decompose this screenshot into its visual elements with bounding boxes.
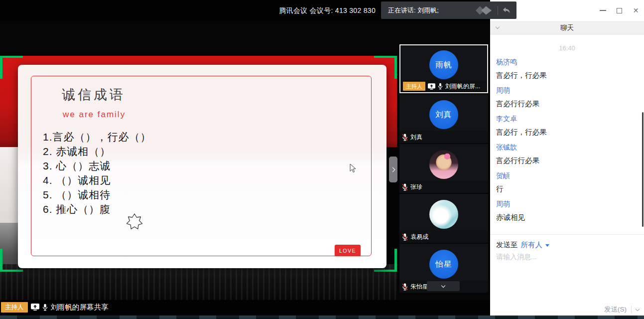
collapse-tiles-button[interactable] [427, 281, 460, 291]
bottom-strip [0, 316, 644, 319]
mic-muted-icon [402, 233, 408, 241]
message-text: 言必行行必果 [496, 100, 644, 108]
message-text: 赤诚相见 [496, 214, 644, 221]
message-sender: 贺頔 [496, 172, 644, 179]
host-badge: 主持人 [403, 82, 425, 91]
minimize-button[interactable] [595, 0, 611, 21]
chat-compose-area: 发送至 所有人 发送(S) [490, 235, 644, 319]
message-sender: 周萌 [496, 200, 644, 208]
share-banner-name: 刘雨帆的屏幕共享 [51, 303, 109, 312]
dropdown-caret-icon [545, 244, 549, 247]
mic-muted-icon [402, 283, 408, 291]
chat-panel: 聊天 16:40 杨济鸣 言必行，行必果 周萌 言必行行必果 李文卓 言必行，行… [490, 21, 644, 319]
background-light-strip [0, 147, 18, 223]
message-text: 言必行行必果 [496, 157, 644, 164]
participant-name: 朱怡星 [410, 283, 428, 291]
send-row: 发送(S) [604, 305, 639, 314]
avatar [429, 150, 458, 179]
slide-list-item: 2. 赤诚相（） [43, 144, 151, 159]
send-to-selector[interactable]: 发送至 所有人 [496, 240, 549, 250]
share-banner: 主持人 刘雨帆的屏幕共享 [0, 300, 490, 314]
avatar: 刘真 [429, 100, 458, 129]
chevron-right-icon [390, 167, 395, 172]
screen-share-icon [31, 304, 39, 311]
participant-tile[interactable]: 刘真 刘真 [399, 94, 488, 143]
participant-name: 刘真 [410, 133, 422, 142]
message-text: 言必行，行必果 [496, 72, 644, 79]
slide-list-item: 5. （）诚相待 [43, 187, 151, 202]
avatar [429, 200, 458, 229]
message-text: 行 [496, 185, 644, 193]
avatar: 怡星 [429, 250, 458, 279]
send-to-label: 发送至 [496, 240, 518, 250]
mic-icon [42, 304, 48, 311]
meeting-window: 腾讯会议 会议号: 413 302 830 正在讲话: 刘雨帆; ✕ 诚信成语 … [0, 0, 644, 319]
chat-title: 聊天 [490, 21, 644, 34]
participant-name: 刘雨帆的屏... [445, 82, 480, 91]
mic-icon [438, 83, 443, 90]
shared-slide: 诚信成语 we are family 1.言必（），行必（） 2. 赤诚相（） … [18, 65, 386, 268]
participant-name-bar: 袁易成 [399, 231, 488, 243]
participant-tile[interactable]: 怡星 朱怡星 [399, 244, 488, 293]
slide-list-item: 1.言必（），行必（） [43, 130, 151, 144]
participant-name-bar: 刘真 [399, 131, 488, 143]
slide-list-item: 3. 心（）志诚 [43, 159, 151, 173]
participant-name: 张珍 [410, 183, 422, 191]
divider [631, 306, 632, 314]
slide-title: 诚信成语 [62, 86, 126, 104]
participant-name: 袁易成 [410, 233, 428, 241]
chat-timestamp: 16:40 [490, 44, 644, 52]
mic-muted-icon [402, 183, 408, 191]
chat-message: 周萌 赤诚相见 [490, 200, 644, 221]
slide-list-item: 4. （）诚相见 [43, 173, 151, 187]
message-sender: 周萌 [496, 87, 644, 94]
message-input[interactable] [496, 253, 636, 295]
send-options-chevron-icon[interactable] [636, 307, 640, 311]
reply-arrow-icon[interactable] [503, 7, 511, 14]
mouse-cursor [350, 163, 356, 173]
send-to-value: 所有人 [521, 240, 543, 250]
slide-subtitle: we are family [63, 110, 126, 120]
divider [498, 6, 498, 15]
chat-message: 李文卓 言必行，行必果 [490, 115, 644, 136]
close-button[interactable]: ✕ [628, 0, 644, 21]
message-sender: 李文卓 [496, 115, 644, 123]
chat-header: 聊天 [490, 21, 644, 34]
host-badge: 主持人 [1, 302, 28, 313]
chat-scrollbar[interactable] [642, 112, 644, 227]
tencent-meeting-logo-icon [474, 4, 493, 16]
participant-tile[interactable]: 袁易成 [399, 194, 488, 243]
star-shape [127, 213, 143, 232]
slide-list: 1.言必（），行必（） 2. 赤诚相（） 3. 心（）志诚 4. （）诚相见 5… [43, 130, 151, 216]
avatar: 雨帆 [429, 50, 458, 79]
chevron-down-icon [441, 283, 445, 287]
maximize-button[interactable] [611, 0, 628, 21]
participant-name-bar: 主持人 刘雨帆的屏... [400, 80, 487, 92]
screen-share-area: 诚信成语 we are family 1.言必（），行必（） 2. 赤诚相（） … [0, 21, 490, 319]
speaking-banner[interactable]: 正在讲话: 刘雨帆; [381, 1, 516, 19]
love-button: LOVE [335, 245, 361, 256]
participant-name-bar: 张珍 [399, 181, 488, 193]
chat-messages: 16:40 杨济鸣 言必行，行必果 周萌 言必行行必果 李文卓 言必行，行必果 … [490, 35, 644, 234]
participant-tile[interactable]: 雨帆 主持人 刘雨帆的屏... [399, 44, 488, 93]
meeting-id-label: 腾讯会议 会议号: 413 302 830 [279, 6, 376, 15]
chat-message: 周萌 言必行行必果 [490, 87, 644, 108]
mic-muted-icon [402, 134, 408, 141]
speaking-label: 正在讲话: 刘雨帆; [388, 6, 474, 15]
participant-tile[interactable]: 张珍 [399, 144, 488, 193]
message-sender: 杨济鸣 [496, 58, 644, 66]
chat-message: 张铖歆 言必行行必果 [490, 144, 644, 164]
message-text: 言必行，行必果 [496, 129, 644, 136]
video-panel-expander-tab[interactable] [389, 157, 397, 182]
screen-share-icon [428, 83, 435, 90]
message-sender: 张铖歆 [496, 144, 644, 151]
send-button[interactable]: 发送(S) [604, 305, 627, 314]
chat-message: 杨济鸣 言必行，行必果 [490, 58, 644, 79]
chat-message: 贺頔 行 [490, 172, 644, 193]
city-skyline-photo [0, 264, 397, 300]
